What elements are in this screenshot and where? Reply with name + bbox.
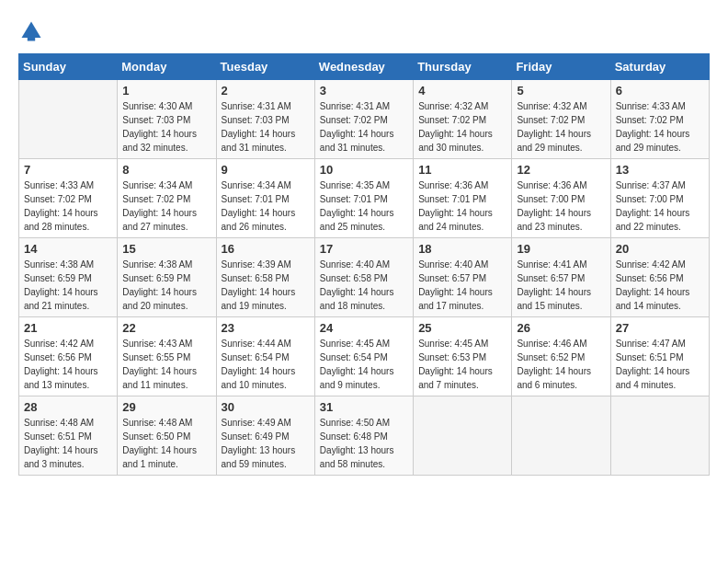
calendar-cell: 3Sunrise: 4:31 AMSunset: 7:02 PMDaylight… <box>314 80 413 159</box>
day-info: Sunrise: 4:34 AMSunset: 7:02 PMDaylight:… <box>122 178 210 234</box>
day-info: Sunrise: 4:31 AMSunset: 7:03 PMDaylight:… <box>222 99 310 155</box>
day-number: 11 <box>418 163 506 177</box>
calendar-cell: 12Sunrise: 4:36 AMSunset: 7:00 PMDayligh… <box>512 159 610 238</box>
day-number: 24 <box>320 321 408 335</box>
calendar-week-3: 14Sunrise: 4:38 AMSunset: 6:59 PMDayligh… <box>19 238 710 317</box>
calendar-cell: 15Sunrise: 4:38 AMSunset: 6:59 PMDayligh… <box>118 238 216 317</box>
calendar-week-2: 7Sunrise: 4:33 AMSunset: 7:02 PMDaylight… <box>19 159 710 238</box>
calendar-week-1: 1Sunrise: 4:30 AMSunset: 7:03 PMDaylight… <box>19 80 710 159</box>
calendar-cell <box>19 80 118 159</box>
calendar-header-saturday: Saturday <box>610 54 709 80</box>
day-number: 7 <box>24 163 112 177</box>
day-number: 23 <box>222 321 310 335</box>
day-info: Sunrise: 4:30 AMSunset: 7:03 PMDaylight:… <box>122 99 210 155</box>
calendar-table: SundayMondayTuesdayWednesdayThursdayFrid… <box>18 53 710 476</box>
day-number: 20 <box>616 242 704 256</box>
day-info: Sunrise: 4:40 AMSunset: 6:57 PMDaylight:… <box>418 258 506 313</box>
calendar-cell: 18Sunrise: 4:40 AMSunset: 6:57 PMDayligh… <box>414 238 512 317</box>
calendar-header-wednesday: Wednesday <box>314 54 413 80</box>
calendar-cell: 13Sunrise: 4:37 AMSunset: 7:00 PMDayligh… <box>610 159 709 238</box>
day-number: 19 <box>517 242 605 256</box>
logo-icon <box>18 18 44 44</box>
calendar-week-5: 28Sunrise: 4:48 AMSunset: 6:51 PMDayligh… <box>19 396 710 476</box>
day-number: 26 <box>517 321 605 335</box>
calendar-cell <box>414 396 512 476</box>
calendar-header-thursday: Thursday <box>414 54 512 80</box>
calendar-cell: 20Sunrise: 4:42 AMSunset: 6:56 PMDayligh… <box>610 238 709 317</box>
day-number: 21 <box>24 321 112 335</box>
day-info: Sunrise: 4:42 AMSunset: 6:56 PMDaylight:… <box>616 258 704 313</box>
day-number: 31 <box>320 400 408 414</box>
calendar-header-tuesday: Tuesday <box>216 54 314 80</box>
day-info: Sunrise: 4:40 AMSunset: 6:58 PMDaylight:… <box>320 258 408 313</box>
day-info: Sunrise: 4:31 AMSunset: 7:02 PMDaylight:… <box>320 99 408 155</box>
day-info: Sunrise: 4:36 AMSunset: 7:01 PMDaylight:… <box>418 178 506 234</box>
day-info: Sunrise: 4:41 AMSunset: 6:57 PMDaylight:… <box>517 258 605 313</box>
day-info: Sunrise: 4:39 AMSunset: 6:58 PMDaylight:… <box>222 258 310 313</box>
day-info: Sunrise: 4:37 AMSunset: 7:00 PMDaylight:… <box>616 178 704 234</box>
calendar-cell: 26Sunrise: 4:46 AMSunset: 6:52 PMDayligh… <box>512 317 610 396</box>
day-info: Sunrise: 4:44 AMSunset: 6:54 PMDaylight:… <box>222 337 310 392</box>
calendar-cell: 10Sunrise: 4:35 AMSunset: 7:01 PMDayligh… <box>314 159 413 238</box>
day-number: 9 <box>222 163 310 177</box>
calendar-cell: 14Sunrise: 4:38 AMSunset: 6:59 PMDayligh… <box>19 238 118 317</box>
calendar-cell: 21Sunrise: 4:42 AMSunset: 6:56 PMDayligh… <box>19 317 118 396</box>
day-info: Sunrise: 4:42 AMSunset: 6:56 PMDaylight:… <box>24 337 112 392</box>
day-number: 5 <box>517 84 605 98</box>
day-info: Sunrise: 4:49 AMSunset: 6:49 PMDaylight:… <box>222 416 310 471</box>
day-number: 1 <box>122 84 210 98</box>
calendar-cell: 8Sunrise: 4:34 AMSunset: 7:02 PMDaylight… <box>118 159 216 238</box>
calendar-week-4: 21Sunrise: 4:42 AMSunset: 6:56 PMDayligh… <box>19 317 710 396</box>
day-number: 29 <box>122 400 210 414</box>
day-number: 10 <box>320 163 408 177</box>
day-number: 27 <box>616 321 704 335</box>
calendar-cell: 6Sunrise: 4:33 AMSunset: 7:02 PMDaylight… <box>610 80 709 159</box>
day-info: Sunrise: 4:34 AMSunset: 7:01 PMDaylight:… <box>222 178 310 234</box>
day-number: 16 <box>222 242 310 256</box>
calendar-cell: 4Sunrise: 4:32 AMSunset: 7:02 PMDaylight… <box>414 80 512 159</box>
calendar-cell: 5Sunrise: 4:32 AMSunset: 7:02 PMDaylight… <box>512 80 610 159</box>
svg-marker-0 <box>22 22 41 39</box>
day-number: 2 <box>222 84 310 98</box>
calendar-cell: 31Sunrise: 4:50 AMSunset: 6:48 PMDayligh… <box>314 396 413 476</box>
svg-rect-1 <box>28 38 35 41</box>
day-number: 17 <box>320 242 408 256</box>
logo <box>18 18 48 44</box>
calendar-cell: 16Sunrise: 4:39 AMSunset: 6:58 PMDayligh… <box>216 238 314 317</box>
calendar-header-sunday: Sunday <box>19 54 118 80</box>
calendar-cell: 30Sunrise: 4:49 AMSunset: 6:49 PMDayligh… <box>216 396 314 476</box>
day-info: Sunrise: 4:35 AMSunset: 7:01 PMDaylight:… <box>320 178 408 234</box>
calendar-cell: 2Sunrise: 4:31 AMSunset: 7:03 PMDaylight… <box>216 80 314 159</box>
calendar-header-row: SundayMondayTuesdayWednesdayThursdayFrid… <box>19 54 710 80</box>
day-number: 12 <box>517 163 605 177</box>
calendar-cell: 17Sunrise: 4:40 AMSunset: 6:58 PMDayligh… <box>314 238 413 317</box>
calendar-cell <box>610 396 709 476</box>
calendar-header-monday: Monday <box>118 54 216 80</box>
day-info: Sunrise: 4:48 AMSunset: 6:50 PMDaylight:… <box>122 416 210 471</box>
day-number: 14 <box>24 242 112 256</box>
day-info: Sunrise: 4:45 AMSunset: 6:53 PMDaylight:… <box>418 337 506 392</box>
day-number: 13 <box>616 163 704 177</box>
page-header <box>18 18 710 44</box>
day-info: Sunrise: 4:36 AMSunset: 7:00 PMDaylight:… <box>517 178 605 234</box>
calendar-header-friday: Friday <box>512 54 610 80</box>
calendar-cell: 28Sunrise: 4:48 AMSunset: 6:51 PMDayligh… <box>19 396 118 476</box>
day-info: Sunrise: 4:45 AMSunset: 6:54 PMDaylight:… <box>320 337 408 392</box>
calendar-cell: 27Sunrise: 4:47 AMSunset: 6:51 PMDayligh… <box>610 317 709 396</box>
calendar-cell <box>512 396 610 476</box>
day-info: Sunrise: 4:33 AMSunset: 7:02 PMDaylight:… <box>24 178 112 234</box>
calendar-cell: 29Sunrise: 4:48 AMSunset: 6:50 PMDayligh… <box>118 396 216 476</box>
day-info: Sunrise: 4:46 AMSunset: 6:52 PMDaylight:… <box>517 337 605 392</box>
day-info: Sunrise: 4:38 AMSunset: 6:59 PMDaylight:… <box>24 258 112 313</box>
day-info: Sunrise: 4:32 AMSunset: 7:02 PMDaylight:… <box>517 99 605 155</box>
calendar-cell: 25Sunrise: 4:45 AMSunset: 6:53 PMDayligh… <box>414 317 512 396</box>
calendar-cell: 22Sunrise: 4:43 AMSunset: 6:55 PMDayligh… <box>118 317 216 396</box>
day-number: 4 <box>418 84 506 98</box>
day-number: 15 <box>122 242 210 256</box>
day-info: Sunrise: 4:33 AMSunset: 7:02 PMDaylight:… <box>616 99 704 155</box>
day-number: 22 <box>122 321 210 335</box>
day-info: Sunrise: 4:43 AMSunset: 6:55 PMDaylight:… <box>122 337 210 392</box>
day-number: 25 <box>418 321 506 335</box>
day-number: 30 <box>222 400 310 414</box>
calendar-cell: 24Sunrise: 4:45 AMSunset: 6:54 PMDayligh… <box>314 317 413 396</box>
